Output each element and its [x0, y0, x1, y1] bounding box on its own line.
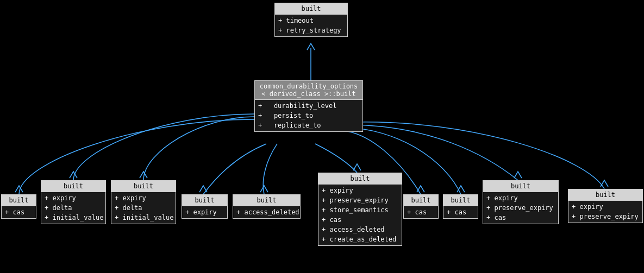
built-b3-field-3: + initial_value	[115, 213, 172, 223]
built-top-field-2: + retry_strategy	[278, 26, 344, 35]
built-b10-box: built + expiry + preserve_expiry	[568, 189, 643, 223]
built-b5-body: + access_deleted	[233, 206, 300, 218]
built-b4-body: + expiry	[182, 206, 227, 218]
built-top-title: built	[275, 3, 347, 15]
built-b9-body: + expiry + preserve_expiry + cas	[483, 192, 558, 224]
built-b3-body: + expiry + delta + initial_value	[111, 192, 176, 224]
built-b5-field-1: + access_deleted	[236, 207, 297, 217]
built-b6-field-2: + preserve_expiry	[322, 195, 398, 205]
built-b6-body: + expiry + preserve_expiry + store_seman…	[318, 185, 402, 245]
built-b4-field-1: + expiry	[185, 207, 224, 217]
built-b6-field-5: + access_deleted	[322, 225, 398, 234]
built-b6-field-6: + create_as_deleted	[322, 234, 398, 244]
built-b10-field-2: + preserve_expiry	[572, 212, 639, 221]
built-b2-field-1: + expiry	[45, 193, 102, 203]
built-b5-box: built + access_deleted	[233, 194, 301, 219]
built-b10-field-1: + expiry	[572, 202, 639, 212]
built-b2-box: built + expiry + delta + initial_value	[41, 180, 106, 224]
built-b1-box: built + cas	[1, 194, 36, 219]
built-b2-field-3: + initial_value	[45, 213, 102, 223]
common-durability-box: common_durability_options< derived_class…	[254, 80, 363, 132]
built-b6-box: built + expiry + preserve_expiry + store…	[318, 173, 402, 246]
built-b9-box: built + expiry + preserve_expiry + cas	[483, 180, 559, 224]
built-b2-field-2: + delta	[45, 203, 102, 213]
built-b1-title: built	[2, 195, 36, 206]
built-b3-field-2: + delta	[115, 203, 172, 213]
built-b2-title: built	[41, 181, 105, 192]
built-b6-field-3: + store_semantics	[322, 205, 398, 215]
built-b3-field-1: + expiry	[115, 193, 172, 203]
built-b10-title: built	[568, 189, 642, 201]
built-top-box: built + timeout + retry_strategy	[274, 3, 348, 37]
built-b1-field-1: + cas	[5, 207, 33, 217]
built-b3-title: built	[111, 181, 176, 192]
built-b7-title: built	[404, 195, 438, 206]
built-b10-body: + expiry + preserve_expiry	[568, 201, 642, 223]
built-b9-title: built	[483, 181, 558, 192]
built-b8-field-1: + cas	[447, 207, 474, 217]
common-durability-title: common_durability_options< derived_class…	[255, 81, 362, 100]
common-field-1: + durability_level	[258, 101, 359, 111]
built-b6-field-1: + expiry	[322, 186, 398, 195]
built-b8-title: built	[443, 195, 478, 206]
common-durability-body: + durability_level + persist_to + replic…	[255, 100, 362, 131]
built-b8-body: + cas	[443, 206, 478, 218]
built-b7-box: built + cas	[403, 194, 439, 219]
built-b8-box: built + cas	[443, 194, 478, 219]
built-b7-body: + cas	[404, 206, 438, 218]
common-field-2: + persist_to	[258, 111, 359, 120]
built-b5-title: built	[233, 195, 300, 206]
built-b6-title: built	[318, 173, 402, 185]
built-b1-body: + cas	[2, 206, 36, 218]
built-b2-body: + expiry + delta + initial_value	[41, 192, 105, 224]
built-b4-box: built + expiry	[182, 194, 228, 219]
built-top-field-1: + timeout	[278, 16, 344, 26]
built-top-body: + timeout + retry_strategy	[275, 15, 347, 36]
common-field-3: + replicate_to	[258, 120, 359, 130]
built-b7-field-1: + cas	[407, 207, 435, 217]
built-b9-field-2: + preserve_expiry	[486, 203, 555, 213]
built-b4-title: built	[182, 195, 227, 206]
built-b6-field-4: + cas	[322, 215, 398, 225]
built-b9-field-1: + expiry	[486, 193, 555, 203]
built-b9-field-3: + cas	[486, 213, 555, 223]
built-b3-box: built + expiry + delta + initial_value	[111, 180, 176, 224]
